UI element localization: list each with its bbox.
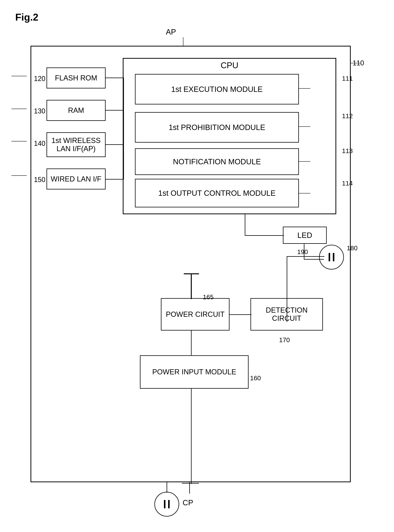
dc-vline (287, 307, 287, 322)
ref-112: 112 (342, 112, 353, 120)
ref-113: 113 (342, 147, 353, 155)
pi-to-bottom-vline (191, 389, 192, 484)
flash-rom-label: FLASH ROM (55, 74, 97, 82)
prohib-module-box: 1st PROHIBITION MODULE (135, 112, 299, 143)
dc-to-outlet-hline (287, 256, 324, 257)
cpu-box: CPU 1st EXECUTION MODULE 1st PROHIBITION… (123, 58, 336, 214)
ref-190: 190 (297, 248, 308, 256)
wired-hline (106, 179, 124, 180)
outlet-slot-left (329, 253, 330, 261)
exec-module-box: 1st EXECUTION MODULE (135, 74, 299, 104)
wireless-lan-label: 1st WIRELESS LAN I/F(AP) (47, 136, 105, 153)
ref-114: 114 (342, 180, 353, 187)
power-input-label: POWER INPUT MODULE (152, 368, 236, 376)
ref-120: 120 (34, 75, 45, 83)
outlet-cp (154, 492, 179, 517)
ref-111-line (299, 88, 310, 89)
ref-150-line (11, 175, 27, 176)
ref-120-line (11, 76, 27, 76)
cpu-bot-vline (245, 214, 245, 236)
ref-180: 180 (347, 244, 358, 252)
ref-140-line (11, 141, 27, 141)
flash-rom-hline (106, 77, 124, 78)
ref-111: 111 (342, 75, 353, 82)
ref-170: 170 (279, 336, 290, 344)
bottom-exit-vline (189, 482, 190, 494)
exec-module-label: 1st EXECUTION MODULE (171, 85, 263, 93)
wireless-lan-box: 1st WIRELESS LAN I/F(AP) (47, 132, 106, 157)
ref-160: 160 (250, 374, 261, 382)
ref-112-line (299, 126, 310, 127)
led-to-outlet-hline (304, 259, 324, 260)
main-device-box: CPU 1st EXECUTION MODULE 1st PROHIBITION… (31, 46, 351, 482)
flash-rom-box: FLASH ROM (47, 67, 106, 88)
wired-lan-box: WIRED LAN I/F (47, 169, 106, 190)
ref-140: 140 (34, 139, 45, 148)
prohib-module-label: 1st PROHIBITION MODULE (169, 123, 265, 132)
cp-connector (167, 491, 167, 492)
ref-114-line (299, 193, 310, 193)
ram-hline (106, 110, 124, 111)
ap-label: AP (166, 28, 176, 36)
power-circuit-box: POWER CIRCUIT (161, 298, 229, 331)
ap-line (183, 37, 183, 47)
outlet-slot-right (333, 253, 334, 261)
power-input-box: POWER INPUT MODULE (140, 355, 249, 389)
cp-label: CP (183, 498, 193, 507)
ref-113-line (299, 161, 310, 162)
dc-to-outlet-vline (287, 256, 287, 307)
ref-130: 130 (34, 107, 45, 115)
ram-box: RAM (47, 100, 106, 121)
ram-label: RAM (68, 106, 84, 114)
power-circuit-label: POWER CIRCUIT (166, 310, 224, 319)
led-label: LED (297, 231, 312, 240)
outlet-180 (319, 245, 344, 269)
ref-165: 165 (203, 293, 214, 301)
cp-slot-right (168, 500, 170, 508)
pc-to-pi-vline (191, 331, 192, 356)
cpu-to-led-hline (245, 235, 284, 236)
ref-110-line (351, 63, 360, 63)
wireless-hline (106, 144, 124, 145)
cpu-label: CPU (124, 61, 336, 70)
output-module-label: 1st OUTPUT CONTROL MODULE (158, 189, 276, 197)
t-to-pc-vline (191, 274, 192, 299)
cp-slot-left (164, 500, 166, 508)
notif-module-box: NOTIFICATION MODULE (135, 148, 299, 175)
notif-module-label: NOTIFICATION MODULE (173, 157, 261, 166)
ref-130-line (11, 109, 27, 109)
ref-150: 150 (34, 176, 45, 184)
output-module-box: 1st OUTPUT CONTROL MODULE (135, 179, 299, 207)
wired-lan-label: WIRED LAN I/F (51, 175, 101, 183)
led-box: LED (283, 227, 327, 244)
main-to-cp-vline (167, 482, 167, 493)
figure-label: Fig.2 (15, 11, 38, 23)
pc-to-dc-hline (229, 314, 251, 315)
bottom-hline (182, 483, 199, 484)
vbus-line (123, 77, 124, 179)
